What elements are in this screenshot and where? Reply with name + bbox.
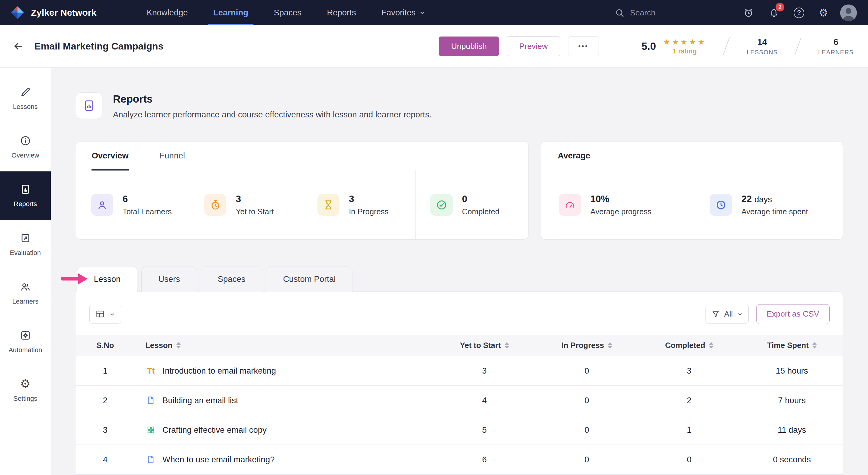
sort-icon[interactable] <box>176 342 181 348</box>
more-options-button[interactable]: ••• <box>568 36 599 56</box>
cell-sno: 3 <box>76 425 134 435</box>
sidebar-item-learners[interactable]: Learners <box>0 269 51 317</box>
stat-average-progress: 10% Average progress <box>541 170 692 239</box>
learners-count: 6 LEARNERS <box>818 37 854 56</box>
filter-dropdown[interactable]: All <box>706 305 748 324</box>
page-header: Email Marketing Campaigns Unpublish Prev… <box>0 25 868 67</box>
automation-gear-icon <box>20 330 31 341</box>
cell-time-spent: 15 hours <box>741 366 843 376</box>
sidebar-item-reports[interactable]: Reports <box>0 171 51 220</box>
cell-lesson-link[interactable]: Building an email list <box>134 395 433 405</box>
preview-button[interactable]: Preview <box>507 36 560 56</box>
reports-title: Reports <box>113 93 432 105</box>
cell-lesson-link[interactable]: When to use email marketing? <box>134 454 433 465</box>
back-button[interactable] <box>9 37 28 56</box>
cell-time-spent: 11 days <box>741 425 843 435</box>
tab-lesson[interactable]: Lesson <box>77 266 138 292</box>
col-header-in-progress[interactable]: In Progress <box>535 341 638 350</box>
tab-spaces[interactable]: Spaces <box>201 266 262 292</box>
pencil-icon <box>20 86 31 98</box>
sort-icon[interactable] <box>608 342 612 348</box>
col-header-time-spent[interactable]: Time Spent <box>741 341 843 350</box>
rating-count[interactable]: 1 rating <box>673 47 696 55</box>
col-header-completed[interactable]: Completed <box>638 341 740 350</box>
nav-item-spaces[interactable]: Spaces <box>274 0 302 25</box>
sidebar-item-settings[interactable]: ⚙ Settings <box>0 366 51 415</box>
sort-icon[interactable] <box>709 342 713 348</box>
overview-stats-card: Overview Funnel 6 Total Learners <box>76 141 529 240</box>
people-icon <box>20 281 31 293</box>
doc-lesson-icon <box>145 395 156 405</box>
app-window: Zylker Network Knowledge Learning Spaces… <box>0 0 868 475</box>
tab-overview[interactable]: Overview <box>92 141 128 170</box>
sidebar-item-automation[interactable]: Automation <box>0 317 51 366</box>
cell-lesson-link[interactable]: Tt Introduction to email marketing <box>134 366 433 376</box>
col-header-lesson[interactable]: Lesson <box>134 341 433 350</box>
col-header-sno[interactable]: S.No <box>76 341 134 350</box>
chevron-down-icon <box>110 311 115 317</box>
tab-custom-portal[interactable]: Custom Portal <box>266 266 352 292</box>
nav-item-knowledge[interactable]: Knowledge <box>147 0 188 25</box>
report-tabs: Lesson Users Spaces Custom Portal <box>76 266 843 292</box>
chevron-down-icon <box>420 10 425 15</box>
nav-item-learning[interactable]: Learning <box>213 0 248 25</box>
filter-funnel-icon <box>712 310 720 318</box>
activity-clock-icon[interactable] <box>743 7 754 19</box>
chevron-down-icon <box>737 311 743 317</box>
col-header-yet-to-start[interactable]: Yet to Start <box>433 341 535 350</box>
search-input[interactable]: Search <box>615 8 655 18</box>
settings-gear-icon[interactable]: ⚙ <box>819 7 828 18</box>
course-sidebar: Lessons Overview Reports Evaluation <box>0 68 51 475</box>
header-actions: Unpublish Preview ••• 5.0 ★★★★★ 1 rating… <box>439 35 854 58</box>
course-rating: 5.0 ★★★★★ 1 rating <box>642 37 706 55</box>
rating-score: 5.0 <box>642 40 656 52</box>
evaluation-icon <box>20 232 31 244</box>
stat-in-progress: 3 In Progress <box>302 170 415 239</box>
column-settings-button[interactable] <box>89 305 121 324</box>
help-icon[interactable]: ? <box>794 7 804 18</box>
sort-icon[interactable] <box>505 342 509 348</box>
cell-completed: 1 <box>638 425 740 435</box>
stat-total-learners: 6 Total Learners <box>76 170 189 239</box>
filter-value: All <box>724 310 733 318</box>
nav-item-favorites[interactable]: Favorites <box>381 0 425 25</box>
stat-average-time-spent: 22 days Average time spent <box>692 170 843 239</box>
notification-badge: 2 <box>776 3 784 11</box>
stat-completed: 0 Completed <box>415 170 529 239</box>
cell-time-spent: 7 hours <box>741 396 843 405</box>
tab-users[interactable]: Users <box>141 266 197 292</box>
cell-in-progress: 0 <box>535 455 638 465</box>
divider-slash <box>794 37 801 55</box>
person-icon <box>91 194 113 216</box>
brand[interactable]: Zylker Network <box>10 5 147 20</box>
doc-lesson-icon <box>145 454 156 465</box>
sidebar-item-evaluation[interactable]: Evaluation <box>0 220 51 269</box>
divider <box>620 35 620 58</box>
reports-subtitle: Analyze learner performance and course e… <box>113 110 432 120</box>
divider-slash <box>723 37 730 55</box>
table-toolbar: All Export as CSV <box>76 292 843 335</box>
main-content: Reports Analyze learner performance and … <box>51 68 868 475</box>
tab-funnel[interactable]: Funnel <box>159 141 185 170</box>
export-csv-button[interactable]: Export as CSV <box>756 304 829 324</box>
clock-icon <box>710 194 732 216</box>
topbar-right: Search 2 ? ⚙ <box>615 4 857 21</box>
lesson-report-panel: All Export as CSV S.No Lesson <box>76 292 843 474</box>
unpublish-button[interactable]: Unpublish <box>439 36 499 56</box>
sidebar-item-lessons[interactable]: Lessons <box>0 74 51 123</box>
stat-yet-to-start: 3 Yet to Start <box>189 170 302 239</box>
gauge-icon <box>559 194 581 216</box>
cell-in-progress: 0 <box>535 425 638 435</box>
sort-icon[interactable] <box>812 342 817 348</box>
notifications-bell-icon[interactable]: 2 <box>768 7 779 19</box>
nav-item-reports[interactable]: Reports <box>327 0 356 25</box>
cell-time-spent: 0 seconds <box>741 455 843 465</box>
topbar-icons: 2 ? ⚙ <box>743 7 828 19</box>
cell-completed: 2 <box>638 396 740 405</box>
page-title: Email Marketing Campaigns <box>34 41 164 52</box>
cell-in-progress: 0 <box>535 396 638 405</box>
user-avatar[interactable] <box>840 4 857 21</box>
cell-lesson-link[interactable]: Crafting effective email copy <box>134 425 433 435</box>
average-stats-card: Average 10% Average progress <box>541 141 843 240</box>
sidebar-item-overview[interactable]: Overview <box>0 123 51 171</box>
